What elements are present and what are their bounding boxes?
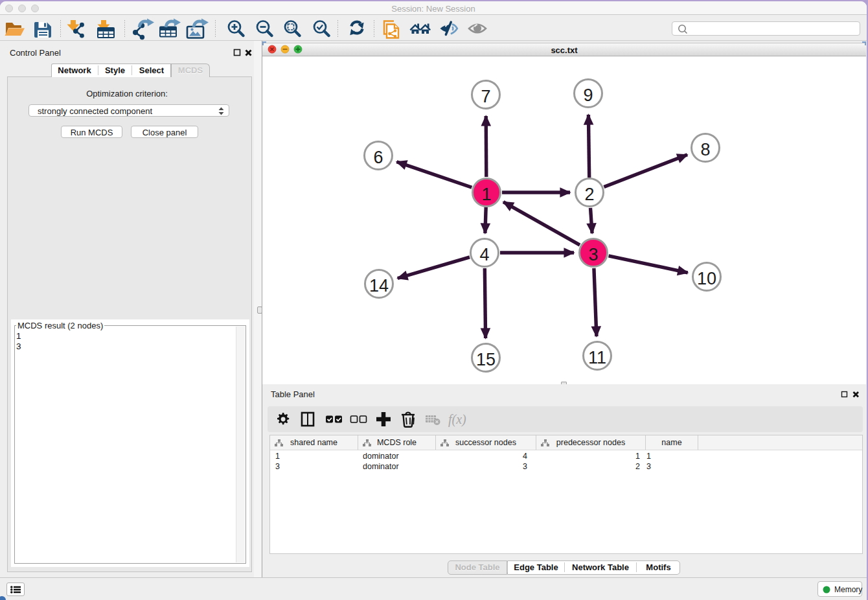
svg-text:3: 3 — [588, 245, 598, 264]
svg-text:15: 15 — [476, 350, 496, 369]
svg-text:1: 1 — [481, 185, 491, 204]
svg-text:10: 10 — [697, 269, 716, 288]
svg-text:11: 11 — [588, 348, 606, 367]
svg-text:9: 9 — [583, 86, 593, 105]
svg-text:8: 8 — [700, 140, 710, 159]
svg-text:4: 4 — [479, 245, 489, 264]
svg-text:14: 14 — [369, 276, 389, 295]
svg-text:f(x): f(x) — [448, 412, 466, 427]
svg-text:6: 6 — [373, 148, 383, 167]
svg-text:7: 7 — [481, 87, 490, 106]
svg-text:2: 2 — [584, 185, 594, 204]
